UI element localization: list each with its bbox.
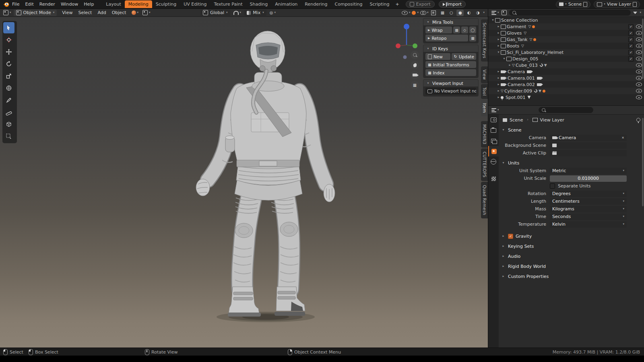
separate-units-checkbox[interactable] bbox=[550, 183, 555, 189]
transform-orientation-dropdown[interactable]: Global ▾ bbox=[200, 10, 230, 16]
outliner-scrollbar[interactable] bbox=[642, 19, 644, 79]
viewport-input-field[interactable]: No Viewport Input nod… bbox=[425, 88, 476, 95]
hide-eye-icon[interactable] bbox=[636, 31, 642, 35]
retopo-grid-option[interactable]: ▦ bbox=[469, 35, 476, 41]
outliner-row-boots[interactable]: ▸ Boots ▽ ✓ bbox=[488, 43, 644, 49]
properties-search[interactable] bbox=[539, 107, 593, 113]
expand-icon[interactable]: ▸ bbox=[496, 96, 501, 99]
tab-view[interactable]: View bbox=[481, 66, 488, 83]
camera-view-button[interactable] bbox=[411, 71, 419, 79]
collection-checkbox[interactable]: ✓ bbox=[628, 37, 634, 42]
outliner-row-camera-001[interactable]: ▸ Camera.001 bbox=[488, 75, 644, 81]
unit-scale-field[interactable]: 0.010000 bbox=[550, 175, 627, 182]
breadcrumb-view-layer[interactable]: View Layer bbox=[540, 117, 564, 123]
expand-icon[interactable]: ▸ bbox=[496, 76, 501, 80]
keying-sets-panel-header[interactable]: ▸ Keying Sets bbox=[499, 243, 644, 250]
mode-dropdown[interactable]: Object Mode ▾ bbox=[14, 10, 57, 16]
blender-logo-icon[interactable] bbox=[3, 1, 9, 7]
hide-eye-icon[interactable] bbox=[636, 25, 642, 29]
gravity-panel-header[interactable]: ▸ ✓ Gravity bbox=[499, 232, 644, 240]
hide-eye-icon[interactable] bbox=[636, 70, 642, 74]
units-panel-header[interactable]: ▾ Units bbox=[499, 159, 644, 167]
properties-editor-dropdown[interactable]: ▾ bbox=[491, 108, 499, 112]
gizmos-dropdown[interactable]: ▾ bbox=[412, 11, 419, 15]
camera-field[interactable]: Camera ✕ bbox=[550, 135, 627, 141]
tool-measure[interactable] bbox=[3, 107, 14, 118]
properties-search-input[interactable] bbox=[547, 107, 590, 113]
expand-icon[interactable]: ▸ bbox=[496, 25, 501, 28]
hide-eye-icon[interactable] bbox=[636, 50, 642, 54]
tool-move[interactable] bbox=[3, 46, 14, 58]
render-pass-icon[interactable]: ▦ bbox=[439, 10, 446, 16]
retopo-button[interactable]: ▶ Retopo bbox=[425, 35, 468, 41]
outliner-editor-dropdown[interactable]: ▾ bbox=[491, 11, 499, 15]
export-button[interactable]: Export bbox=[406, 1, 435, 8]
workspace-tab-animation[interactable]: Animation bbox=[271, 0, 301, 8]
proportional-editing-dropdown[interactable]: ◎ ▾ bbox=[270, 11, 276, 15]
shading-rendered-button[interactable]: ◑ bbox=[474, 10, 481, 16]
secondary-dropdown[interactable]: ▾ bbox=[142, 10, 151, 15]
tab-render-properties[interactable] bbox=[488, 115, 499, 125]
workspace-tab-texture-paint[interactable]: Texture Paint bbox=[211, 0, 246, 8]
outliner-row-cube-013[interactable]: ▸ ▽ Cube_013 ▼ bbox=[488, 62, 644, 68]
menu-add[interactable]: Add bbox=[95, 10, 109, 15]
snap-mode-dropdown[interactable]: Mix ▾ bbox=[244, 10, 266, 16]
workspace-tab-sculpting[interactable]: Sculpting bbox=[152, 0, 180, 8]
outliner-row-camera-002[interactable]: ▸ Camera.002 bbox=[488, 81, 644, 88]
menu-view[interactable]: View bbox=[59, 10, 75, 15]
tab-quad-remesh[interactable]: Quad Remesh bbox=[481, 182, 488, 218]
expand-icon[interactable]: ▸ bbox=[496, 44, 501, 47]
workspace-tab-shading[interactable]: Shading bbox=[246, 0, 272, 8]
audio-panel-header[interactable]: ▸ Audio bbox=[499, 253, 644, 260]
properties-scrollbar[interactable] bbox=[642, 118, 644, 206]
collection-checkbox[interactable]: ✓ bbox=[628, 24, 634, 29]
collection-checkbox[interactable]: ✓ bbox=[628, 43, 634, 49]
idkeys-update-button[interactable]: ↻ Update bbox=[452, 53, 477, 60]
hide-eye-icon[interactable] bbox=[636, 63, 642, 67]
hide-eye-icon[interactable] bbox=[636, 95, 642, 99]
rotation-dropdown[interactable]: Degrees ▾ bbox=[550, 191, 627, 197]
tool-3d-cursor[interactable] bbox=[3, 34, 14, 45]
tool-annotate[interactable] bbox=[3, 95, 14, 106]
expand-icon[interactable]: ▸ bbox=[496, 38, 501, 41]
pin-icon[interactable] bbox=[636, 118, 640, 122]
tab-cutterops[interactable]: CUTTEROPS bbox=[481, 148, 488, 181]
custom-properties-panel-header[interactable]: ▸ Custom Properties bbox=[499, 273, 644, 280]
tool-tweak-select[interactable] bbox=[3, 22, 14, 33]
outliner-search-input[interactable] bbox=[518, 10, 628, 15]
temperature-dropdown[interactable]: Kelvin ▾ bbox=[550, 221, 627, 228]
initial-transforms-button[interactable]: ▦ Initial Transforms bbox=[425, 61, 476, 68]
shading-solid-button[interactable]: ● bbox=[456, 10, 464, 16]
unit-system-dropdown[interactable]: Metric ▾ bbox=[550, 168, 627, 174]
new-scene-icon[interactable] bbox=[583, 2, 587, 7]
shading-material-button[interactable]: ◐ bbox=[465, 10, 473, 16]
menu-window[interactable]: Window bbox=[58, 2, 81, 7]
expand-icon[interactable]: ▸ bbox=[496, 70, 501, 73]
workspace-tab-uv-editing[interactable]: UV Editing bbox=[180, 0, 210, 8]
tab-scene-properties[interactable] bbox=[488, 146, 499, 156]
expand-icon[interactable]: ▾ bbox=[496, 51, 501, 54]
hide-eye-icon[interactable] bbox=[636, 82, 642, 86]
tab-texture-properties[interactable] bbox=[488, 173, 499, 184]
outliner-row-garment[interactable]: ▸ Garment ▽ ✓ bbox=[488, 23, 644, 30]
menu-render[interactable]: Render bbox=[37, 2, 58, 7]
tab-world-properties[interactable] bbox=[488, 156, 499, 167]
visibility-dropdown[interactable]: ▾ bbox=[402, 11, 411, 15]
expand-icon[interactable]: ▾ bbox=[491, 19, 495, 22]
mass-dropdown[interactable]: Kilograms ▾ bbox=[550, 206, 627, 212]
zoom-button[interactable] bbox=[411, 51, 419, 59]
add-workspace-button[interactable]: + bbox=[393, 0, 401, 8]
expand-icon[interactable]: ▸ bbox=[496, 31, 501, 35]
outliner-row-spot-001[interactable]: ▸ Spot.001 bbox=[488, 94, 644, 101]
collection-checkbox[interactable]: ✓ bbox=[628, 31, 634, 36]
tab-output-properties[interactable] bbox=[488, 125, 499, 136]
ortho-grid-button[interactable]: ▦ bbox=[411, 81, 419, 89]
tool-add-cube[interactable] bbox=[3, 119, 14, 130]
pan-button[interactable] bbox=[411, 61, 419, 69]
outliner-row-gas-tank[interactable]: ▸ Gas_Tank ▽ ✓ bbox=[488, 36, 644, 43]
scene-selector[interactable]: ▾ Scene bbox=[556, 1, 590, 8]
expand-icon[interactable]: ▸ bbox=[508, 64, 512, 67]
tab-screencast-keys[interactable]: Screencast Keys bbox=[481, 19, 488, 62]
background-scene-field[interactable] bbox=[550, 142, 627, 149]
import-button[interactable]: Import bbox=[439, 1, 466, 8]
